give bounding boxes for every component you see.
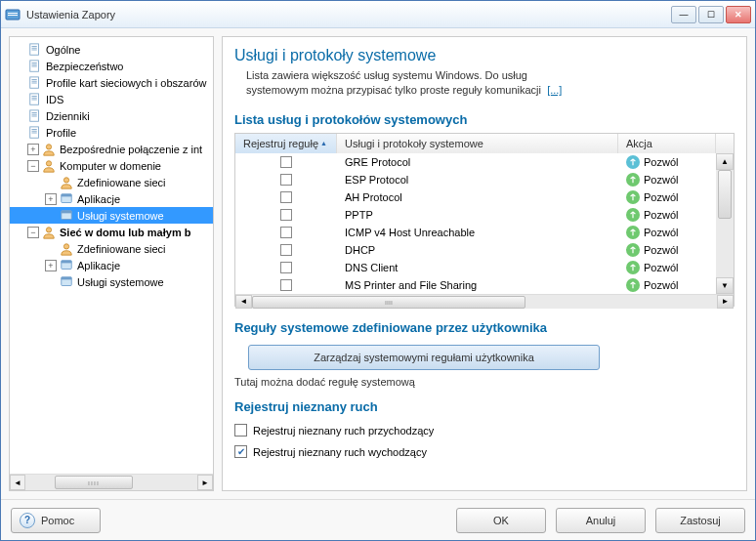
tree-item[interactable]: −Sieć w domu lub małym b xyxy=(10,224,213,240)
scroll-thumb[interactable] xyxy=(718,170,732,219)
ok-button[interactable]: OK xyxy=(456,508,546,533)
checkbox-icon[interactable] xyxy=(280,227,292,238)
checkbox-icon[interactable] xyxy=(280,262,292,273)
maximize-button[interactable]: ☐ xyxy=(698,6,724,23)
tree-item[interactable]: Profile xyxy=(10,124,213,141)
expand-icon[interactable]: + xyxy=(45,260,57,271)
col-register[interactable]: Rejestruj regułę▲ xyxy=(235,134,337,153)
register-cell[interactable] xyxy=(235,171,337,188)
scroll-left-button[interactable]: ◄ xyxy=(10,475,25,490)
expand-icon xyxy=(45,210,57,222)
tree-item[interactable]: +Aplikacje xyxy=(10,257,213,273)
user-icon xyxy=(41,225,57,240)
tree-item-label: Sieć w domu lub małym b xyxy=(60,227,190,238)
table-row[interactable]: PPTPPozwól xyxy=(235,206,716,224)
checkbox-icon[interactable] xyxy=(280,209,292,221)
scroll-right-button[interactable]: ► xyxy=(197,475,213,490)
checkbox-icon[interactable] xyxy=(280,191,292,203)
tree-horizontal-scrollbar[interactable]: ◄ ıııı ► xyxy=(10,474,213,490)
table-row[interactable]: DNS ClientPozwól xyxy=(235,259,716,276)
titlebar: Ustawienia Zapory — ☐ ✕ xyxy=(1,1,755,28)
service-name: MS Printer and File Sharing xyxy=(337,276,618,294)
scroll-thumb[interactable]: ıııı xyxy=(252,296,525,309)
app-icon xyxy=(59,258,74,273)
expand-icon[interactable]: − xyxy=(27,227,39,238)
tree-item[interactable]: Zdefiniowane sieci xyxy=(10,240,213,257)
table-row[interactable]: DHCPPozwól xyxy=(235,241,716,259)
action-label: Pozwól xyxy=(644,156,678,168)
log-unknown-title: Rejestruj nieznany ruch xyxy=(234,399,735,414)
expand-icon[interactable]: + xyxy=(45,193,57,205)
col-service[interactable]: Usługi i protokoły systemowe xyxy=(337,134,618,153)
register-cell[interactable] xyxy=(235,276,337,294)
horizontal-scrollbar[interactable]: ◄ ıııı ► xyxy=(235,294,734,309)
register-cell[interactable] xyxy=(235,241,337,259)
cancel-button[interactable]: Anuluj xyxy=(556,508,646,533)
col-action[interactable]: Akcja xyxy=(618,134,716,153)
tree[interactable]: OgólneBezpieczeństwoProfile kart sieciow… xyxy=(10,37,213,474)
scroll-track[interactable]: ıııı xyxy=(25,475,197,490)
allow-icon xyxy=(626,226,640,239)
action-cell: Pozwól xyxy=(618,224,716,241)
tree-panel: OgólneBezpieczeństwoProfile kart sieciow… xyxy=(9,36,214,491)
help-button[interactable]: ? Pomoc xyxy=(11,508,101,533)
checkbox-icon[interactable] xyxy=(280,156,292,168)
expand-icon xyxy=(14,77,25,89)
tree-item-label: Aplikacje xyxy=(77,260,120,271)
log-outgoing-row[interactable]: Rejestruj nieznany ruch wychodzący xyxy=(234,443,735,461)
tree-item[interactable]: Dzienniki xyxy=(10,107,213,124)
tree-item[interactable]: Profile kart sieciowych i obszarów xyxy=(10,74,213,91)
expand-icon xyxy=(14,61,25,72)
apply-button[interactable]: Zastosuj xyxy=(655,508,745,533)
scroll-down-button[interactable]: ▼ xyxy=(716,277,734,294)
more-link[interactable]: [...] xyxy=(547,84,562,96)
expand-icon[interactable]: + xyxy=(27,144,39,155)
vertical-scrollbar[interactable]: ▲ ▼ xyxy=(716,153,734,294)
svg-rect-1 xyxy=(8,13,18,14)
expand-icon xyxy=(45,276,57,288)
manage-user-rules-button[interactable]: Zarządzaj systemowymi regułami użytkowni… xyxy=(248,345,600,370)
tree-item-label: Komputer w domenie xyxy=(60,160,161,172)
tree-item-label: Profile xyxy=(46,127,76,139)
table-row[interactable]: GRE ProtocolPozwól xyxy=(235,153,716,171)
register-cell[interactable] xyxy=(235,206,337,224)
table-row[interactable]: ICMP v4 Host UnreachablePozwól xyxy=(235,224,716,241)
minimize-button[interactable]: — xyxy=(671,6,696,23)
tree-item[interactable]: IDS xyxy=(10,91,213,107)
action-label: Pozwól xyxy=(644,279,678,291)
register-cell[interactable] xyxy=(235,153,337,171)
tree-item[interactable]: −Komputer w domenie xyxy=(10,157,213,174)
checkbox-icon[interactable] xyxy=(280,244,292,256)
tree-item[interactable]: +Bezpośrednie połączenie z int xyxy=(10,141,213,157)
tree-item[interactable]: Bezpieczeństwo xyxy=(10,58,213,74)
tree-item[interactable]: Usługi systemowe xyxy=(10,273,213,290)
register-cell[interactable] xyxy=(235,259,337,276)
scroll-right-button[interactable]: ► xyxy=(717,295,734,309)
scroll-left-button[interactable]: ◄ xyxy=(235,295,252,309)
table-row[interactable]: AH ProtocolPozwól xyxy=(235,188,716,206)
user-rules-title: Reguły systemowe zdefiniowane przez użyt… xyxy=(234,320,735,335)
checkbox-icon[interactable] xyxy=(280,174,292,186)
table-row[interactable]: ESP ProtocolPozwól xyxy=(235,171,716,188)
scroll-track[interactable]: ıııı xyxy=(252,295,717,309)
log-incoming-row[interactable]: Rejestruj nieznany ruch przychodzący xyxy=(234,422,735,439)
tree-item-label: Dzienniki xyxy=(46,110,90,122)
svg-point-29 xyxy=(63,177,68,182)
tree-item[interactable]: Ogólne xyxy=(10,41,213,58)
scroll-track[interactable] xyxy=(716,170,734,277)
checkbox-icon[interactable] xyxy=(280,279,292,291)
scroll-up-button[interactable]: ▲ xyxy=(716,153,734,170)
scroll-thumb[interactable]: ıııı xyxy=(55,476,133,489)
register-cell[interactable] xyxy=(235,224,337,241)
tree-item[interactable]: +Aplikacje xyxy=(10,190,213,207)
table-row[interactable]: MS Printer and File SharingPozwól xyxy=(235,276,716,294)
register-cell[interactable] xyxy=(235,188,337,206)
log-outgoing-label: Rejestruj nieznany ruch wychodzący xyxy=(253,446,427,458)
tree-item[interactable]: Zdefiniowane sieci xyxy=(10,174,213,190)
close-button[interactable]: ✕ xyxy=(726,6,751,23)
expand-icon[interactable]: − xyxy=(27,160,39,172)
checkbox-icon[interactable] xyxy=(234,424,247,437)
body: OgólneBezpieczeństwoProfile kart sieciow… xyxy=(1,28,755,499)
tree-item[interactable]: Usługi systemowe xyxy=(10,207,213,224)
checkbox-icon[interactable] xyxy=(234,445,247,458)
